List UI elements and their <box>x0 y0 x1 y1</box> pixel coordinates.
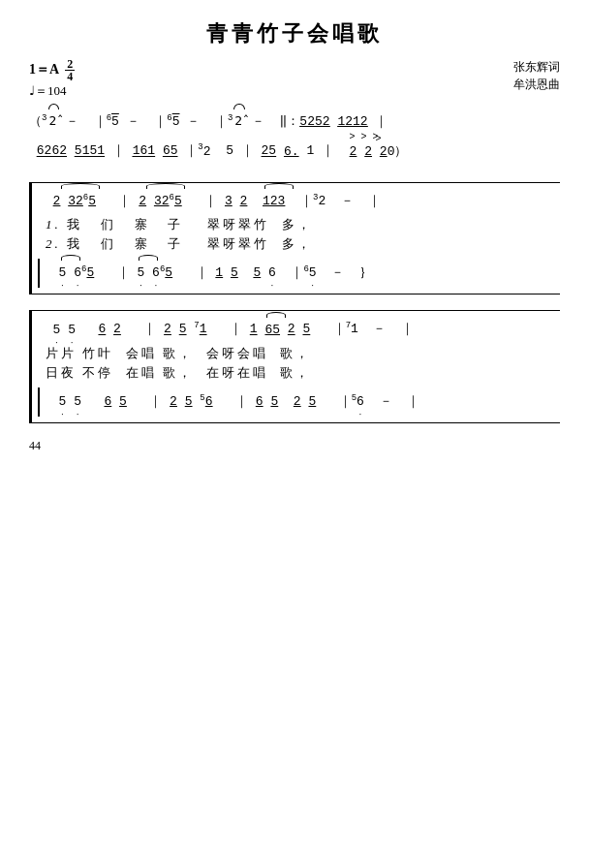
verse2-lyrics: 2. 我 们 寨 子 翠呀翠竹 多， <box>46 235 560 253</box>
section-2: 5· 5· 6 2 ｜ 2 5 71 ｜ 1 65 2 5 ｜71 － ｜ 片片… <box>29 310 560 423</box>
verse2b-lyrics: 日夜 不停 在唱 歌， 在呀在唱 歌， <box>46 364 560 382</box>
harmony-staff-2: 5· 5· 6 5 ｜ 2 5 56 ｜ 6 5 2 5 ｜56· － ｜ <box>44 389 560 415</box>
time-signature: 2 4 <box>65 58 75 82</box>
intro-notation: （32̂ － ｜65 － ｜65 － ｜32̂ － ‖：5252 1212 ｜ <box>29 109 560 135</box>
verse1-lyrics: 1. 我 们 寨 子 翠呀翠竹 多， <box>46 216 560 233</box>
intro-notation-2: 6262 5151 ｜ 161 65 ｜32 5 ｜ 25 6. 1 ｜ > >… <box>29 139 560 164</box>
lyrics-author: 张东辉词 <box>513 58 560 76</box>
key-time: 1＝A 2 4 ♩＝104 <box>29 58 75 108</box>
section2-bracket: 5· 5· 6 2 ｜ 2 5 71 ｜ 1 65 2 5 ｜71 － ｜ 片片… <box>29 310 560 423</box>
page-number: 44 <box>29 439 560 453</box>
section-bracket: 2 32 65 ｜ 2 32 65 ｜ 3 2 123 ｜32 － ｜ 1. 我… <box>29 182 560 295</box>
music-author: 牟洪恩曲 <box>513 76 560 93</box>
harmony-staff: 5· 6· 65 ｜ 5· 6· 65 ｜ 1 5 5 6· ｜65· － ｝ <box>44 261 560 286</box>
verse1b-lyrics: 片片 竹叶 会唱 歌， 会呀会唱 歌， <box>46 345 560 362</box>
melody-staff-2: 5· 5· 6 2 ｜ 2 5 71 ｜ 1 65 2 5 ｜71 － ｜ <box>38 317 560 342</box>
intro-section: （32̂ － ｜65 － ｜65 － ｜32̂ － ‖：5252 1212 ｜ … <box>29 109 560 165</box>
tempo-marking: ♩＝104 <box>29 82 75 100</box>
section-1: 2 32 65 ｜ 2 32 65 ｜ 3 2 123 ｜32 － ｜ 1. 我… <box>29 182 560 295</box>
harmony-section: 5· 6· 65 ｜ 5· 6· 65 ｜ 1 5 5 6· ｜65· － ｝ <box>38 259 560 288</box>
author-info: 张东辉词 牟洪恩曲 <box>513 58 560 93</box>
key-signature: 1＝A 2 4 <box>29 58 75 82</box>
harmony-section-2: 5· 5· 6 5 ｜ 2 5 56 ｜ 6 5 2 5 ｜56· － ｜ <box>38 388 560 417</box>
header-row: 1＝A 2 4 ♩＝104 张东辉词 牟洪恩曲 <box>29 58 560 108</box>
melody-staff: 2 32 65 ｜ 2 32 65 ｜ 3 2 123 ｜32 － ｜ <box>38 189 560 214</box>
song-title: 青青竹子会唱歌 <box>29 19 560 48</box>
